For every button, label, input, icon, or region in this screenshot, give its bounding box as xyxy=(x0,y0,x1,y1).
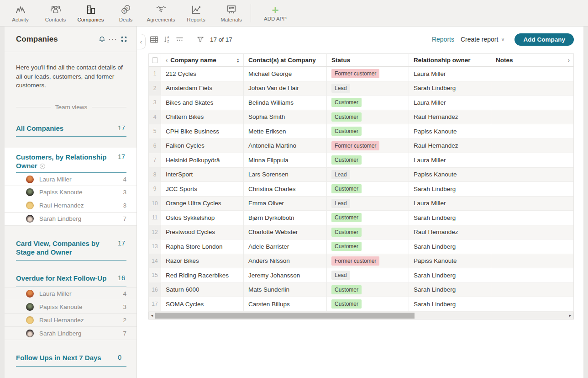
cell-owner[interactable]: Laura Miller xyxy=(409,96,491,110)
cell-contact[interactable]: Minna Filppula xyxy=(244,153,327,167)
cell-notes[interactable] xyxy=(491,168,573,182)
cell-owner[interactable]: Laura Miller xyxy=(409,67,491,81)
table-row[interactable]: 3 Bikes and Skates Belinda Williams Cust… xyxy=(149,96,573,110)
nav-item-activity[interactable]: Activity xyxy=(3,0,38,27)
cell-status[interactable]: Customer xyxy=(327,283,409,297)
cell-company-name[interactable]: Chiltern Bikes xyxy=(161,110,244,124)
cell-contact[interactable]: Anders Nilsson xyxy=(244,254,327,268)
cell-notes[interactable] xyxy=(491,254,573,268)
cell-notes[interactable] xyxy=(491,67,573,81)
cell-owner[interactable]: Papiss Kanoute xyxy=(409,168,491,182)
cell-contact[interactable]: Lars Sorensen xyxy=(244,168,327,182)
view-link[interactable]: Overdue for Next Follow-Up xyxy=(16,274,114,283)
table-row[interactable]: 11 Oslos Sykkelshop Bjørn Dyrkolbotn Cus… xyxy=(149,211,573,225)
cell-company-name[interactable]: Bikes and Skates xyxy=(161,96,244,110)
table-row[interactable]: 14 Razor Bikes Anders Nilsson Former cus… xyxy=(149,254,573,269)
cell-company-name[interactable]: Orange Ultra Cycles xyxy=(161,197,244,211)
cell-contact[interactable]: Charlotte Webster xyxy=(244,225,327,240)
horizontal-scrollbar[interactable]: ◂ ▸ xyxy=(148,312,574,319)
owner-filter-item[interactable]: Papiss Kanoute 3 xyxy=(5,300,136,314)
view-link[interactable]: Card View, Companies by Stage and Owner xyxy=(16,240,114,257)
sidebar-collapse-button[interactable]: ‹ xyxy=(137,34,146,49)
table-row[interactable]: 15 Red Riding Racerbikes Jeremy Johansso… xyxy=(149,268,573,283)
nav-item-companies[interactable]: Companies xyxy=(73,0,108,27)
cell-contact[interactable]: Christina Charles xyxy=(244,182,327,196)
cell-notes[interactable] xyxy=(491,153,573,167)
cell-company-name[interactable]: SOMA Cycles xyxy=(161,297,244,311)
cell-status[interactable]: Former customer xyxy=(327,254,409,268)
cell-owner[interactable]: Sarah Lindberg xyxy=(409,211,491,225)
cell-contact[interactable]: Michael George xyxy=(244,67,327,81)
cell-owner[interactable]: Raul Hernandez xyxy=(409,225,491,240)
cell-contact[interactable]: Jeremy Johansson xyxy=(244,268,327,282)
cell-status[interactable]: Customer xyxy=(327,110,409,124)
cell-contact[interactable]: Adele Barrister xyxy=(244,240,327,254)
nav-item-materials[interactable]: Materials xyxy=(214,0,249,27)
cell-notes[interactable] xyxy=(491,81,573,96)
cell-notes[interactable] xyxy=(491,211,573,225)
cell-status[interactable]: Customer xyxy=(327,240,409,254)
owner-filter-item[interactable]: Raul Hernandez 3 xyxy=(5,199,136,213)
nav-item-deals[interactable]: $$ Deals xyxy=(108,0,143,27)
cell-owner[interactable]: Sarah Lindberg xyxy=(409,283,491,297)
scroll-right-arrow-icon[interactable]: ▸ xyxy=(567,313,573,318)
cell-status[interactable]: Customer xyxy=(327,297,409,311)
cell-owner[interactable]: Sarah Lindberg xyxy=(409,81,491,96)
cell-status[interactable]: Former customer xyxy=(327,67,409,81)
cell-status[interactable]: Customer xyxy=(327,182,409,196)
cell-notes[interactable] xyxy=(491,240,573,254)
cell-company-name[interactable]: JCC Sports xyxy=(161,182,244,196)
owner-filter-item[interactable]: Sarah Lindberg 7 xyxy=(5,327,136,340)
table-row[interactable]: 16 Saturn 6000 Mats Sunderlin Customer S… xyxy=(149,283,573,298)
table-row[interactable]: 1 212 Cycles Michael George Former custo… xyxy=(149,67,573,81)
table-row[interactable]: 4 Chiltern Bikes Sophia Smith Customer R… xyxy=(149,110,573,125)
table-row[interactable]: 12 Prestwood Cycles Charlotte Webster Cu… xyxy=(149,225,573,240)
column-options-icon[interactable] xyxy=(174,34,184,44)
cell-company-name[interactable]: Oslos Sykkelshop xyxy=(161,211,244,225)
cell-status[interactable]: Lead xyxy=(327,268,409,282)
cell-status[interactable]: Former customer xyxy=(327,139,409,153)
nav-item-reports[interactable]: Reports xyxy=(178,0,214,27)
nav-item-contacts[interactable]: Contacts xyxy=(38,0,73,27)
cell-company-name[interactable]: Saturn 6000 xyxy=(161,283,244,297)
table-row[interactable]: 10 Orange Ultra Cycles Emma Oliver Lead … xyxy=(149,197,573,211)
select-all-checkbox[interactable] xyxy=(152,57,158,63)
cell-notes[interactable] xyxy=(491,225,573,240)
filter-icon[interactable] xyxy=(195,34,205,44)
cell-owner[interactable]: Sarah Lindberg xyxy=(409,268,491,282)
cell-notes[interactable] xyxy=(491,283,573,297)
cell-notes[interactable] xyxy=(491,96,573,110)
cell-contact[interactable]: Mats Sunderlin xyxy=(244,283,327,297)
scrollbar-thumb[interactable] xyxy=(155,313,415,319)
vertical-scrollbar-gutter[interactable] xyxy=(583,27,588,378)
cell-contact[interactable]: Sophia Smith xyxy=(244,110,327,124)
cell-notes[interactable] xyxy=(491,139,573,153)
cell-contact[interactable]: Bjørn Dyrkolbotn xyxy=(244,211,327,225)
table-row[interactable]: 2 Amsterdam Fiets Johan Van de Hair Lead… xyxy=(149,81,573,96)
cell-company-name[interactable]: Helsinki Polkupyörä xyxy=(161,153,244,167)
cell-contact[interactable]: Mette Eriksen xyxy=(244,124,327,138)
column-header-status[interactable]: Status xyxy=(327,54,409,66)
reports-link[interactable]: Reports xyxy=(432,36,454,43)
scroll-left-arrow-icon[interactable]: ◂ xyxy=(149,313,155,318)
column-header-notes[interactable]: Notes › xyxy=(491,54,573,66)
bell-icon[interactable] xyxy=(96,34,107,45)
cell-status[interactable]: Customer xyxy=(327,124,409,138)
cell-owner[interactable]: Sarah Lindberg xyxy=(409,182,491,196)
cell-company-name[interactable]: Razor Bikes xyxy=(161,254,244,268)
cell-notes[interactable] xyxy=(491,182,573,196)
table-row[interactable]: 9 JCC Sports Christina Charles Customer … xyxy=(149,182,573,197)
cell-status[interactable]: Customer xyxy=(327,225,409,240)
cell-owner[interactable]: Sarah Lindberg xyxy=(409,240,491,254)
cell-notes[interactable] xyxy=(491,124,573,138)
cell-status[interactable]: Lead xyxy=(327,81,409,96)
table-row[interactable]: 13 Rapha Store London Adele Barrister Cu… xyxy=(149,240,573,254)
owner-filter-item[interactable]: Laura Miller 4 xyxy=(5,173,136,186)
cell-notes[interactable] xyxy=(491,268,573,282)
cell-contact[interactable]: Belinda Williams xyxy=(244,96,327,110)
owner-filter-item[interactable]: Raul Hernandez 2 xyxy=(5,314,136,327)
cell-contact[interactable]: Antonella Martino xyxy=(244,139,327,153)
cell-company-name[interactable]: CPH Bike Business xyxy=(161,124,244,138)
cell-notes[interactable] xyxy=(491,197,573,211)
owner-filter-item[interactable]: Papiss Kanoute 3 xyxy=(5,186,136,199)
